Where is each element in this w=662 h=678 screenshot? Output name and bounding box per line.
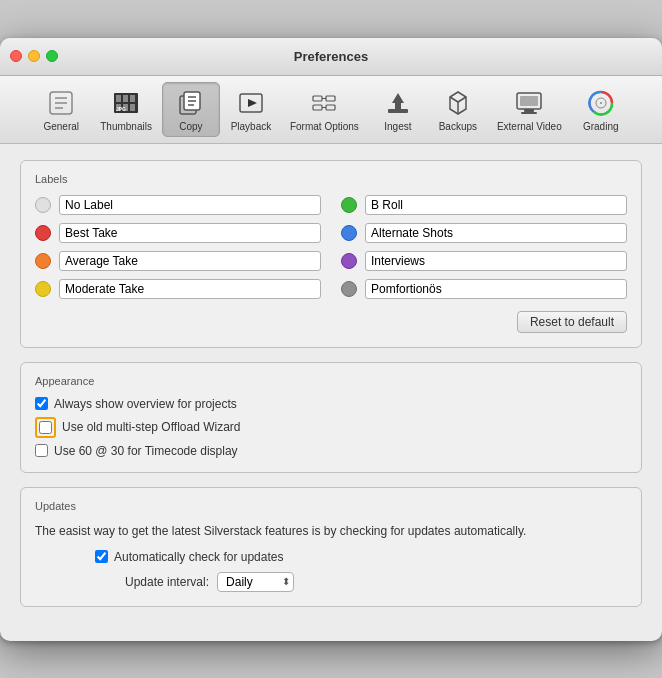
grading-icon [585, 87, 617, 119]
checkbox-row-timecode: Use 60 @ 30 for Timecode display [35, 444, 627, 458]
auto-check-checkbox[interactable] [95, 550, 108, 563]
color-dot-red [35, 225, 51, 241]
thumbnails-icon: JPG [110, 87, 142, 119]
label-row-mod-take [35, 279, 321, 299]
updates-title: Updates [35, 500, 627, 512]
label-row-best-take [35, 223, 321, 243]
ingest-label: Ingest [384, 121, 411, 132]
label-input-pomfort[interactable] [365, 279, 627, 299]
svg-rect-19 [313, 96, 322, 101]
general-icon [45, 87, 77, 119]
labels-grid [35, 195, 627, 299]
label-row-interviews [341, 251, 627, 271]
color-dot-blue [341, 225, 357, 241]
svg-text:JPG: JPG [116, 106, 126, 112]
reset-to-default-button[interactable]: Reset to default [517, 311, 627, 333]
color-dot-green [341, 197, 357, 213]
traffic-lights [10, 50, 58, 62]
label-input-avg-take[interactable] [59, 251, 321, 271]
update-interval-row: Update interval: Daily Weekly Monthly ⬍ [35, 572, 627, 592]
label-input-no-label[interactable] [59, 195, 321, 215]
toolbar-general[interactable]: General [32, 83, 90, 136]
label-row-avg-take [35, 251, 321, 271]
label-row-alt-shots [341, 223, 627, 243]
label-input-best-take[interactable] [59, 223, 321, 243]
label-row-no-label [35, 195, 321, 215]
external-video-icon [513, 87, 545, 119]
content-area: Labels [0, 144, 662, 641]
copy-label: Copy [179, 121, 202, 132]
window-title: Preferences [294, 49, 368, 64]
label-input-b-roll[interactable] [365, 195, 627, 215]
interval-label: Update interval: [125, 575, 209, 589]
copy-icon [175, 87, 207, 119]
color-dot-orange [35, 253, 51, 269]
close-button[interactable] [10, 50, 22, 62]
auto-check-label: Automatically check for updates [114, 550, 283, 564]
color-dot-purple [341, 253, 357, 269]
svg-rect-30 [524, 109, 534, 112]
svg-rect-22 [326, 105, 335, 110]
format-options-icon [308, 87, 340, 119]
label-input-interviews[interactable] [365, 251, 627, 271]
titlebar: Preferences [0, 38, 662, 76]
timecode-display-checkbox[interactable] [35, 444, 48, 457]
ingest-icon [382, 87, 414, 119]
old-wizard-checkbox[interactable] [39, 421, 52, 434]
toolbar-external-video[interactable]: External Video [489, 83, 570, 136]
backups-icon [442, 87, 474, 119]
interval-select[interactable]: Daily Weekly Monthly [217, 572, 294, 592]
toolbar-thumbnails[interactable]: JPG Thumbnails [92, 83, 160, 136]
backups-label: Backups [439, 121, 477, 132]
svg-rect-7 [130, 95, 135, 102]
show-overview-checkbox[interactable] [35, 397, 48, 410]
svg-rect-21 [326, 96, 335, 101]
timecode-display-label: Use 60 @ 30 for Timecode display [54, 444, 238, 458]
maximize-button[interactable] [46, 50, 58, 62]
labels-title: Labels [35, 173, 627, 185]
checkbox-row-show-overview: Always show overview for projects [35, 397, 627, 411]
svg-point-34 [600, 102, 602, 104]
thumbnails-label: Thumbnails [100, 121, 152, 132]
interval-select-wrapper: Daily Weekly Monthly ⬍ [217, 572, 294, 592]
svg-rect-25 [388, 109, 408, 113]
playback-label: Playback [231, 121, 272, 132]
color-dot-gray [341, 281, 357, 297]
svg-rect-6 [123, 95, 128, 102]
toolbar: General JPG Thumbnails [0, 76, 662, 144]
toolbar-copy[interactable]: Copy [162, 82, 220, 137]
appearance-title: Appearance [35, 375, 627, 387]
updates-section: Updates The easist way to get the latest… [20, 487, 642, 607]
playback-icon [235, 87, 267, 119]
svg-rect-5 [116, 95, 121, 102]
toolbar-grading[interactable]: Grading [572, 83, 630, 136]
toolbar-playback[interactable]: Playback [222, 83, 280, 136]
toolbar-ingest[interactable]: Ingest [369, 83, 427, 136]
svg-rect-20 [313, 105, 322, 110]
reset-row: Reset to default [35, 311, 627, 333]
svg-rect-29 [520, 96, 538, 106]
svg-rect-10 [130, 104, 135, 111]
color-dot-yellow [35, 281, 51, 297]
toolbar-format-options[interactable]: Format Options [282, 83, 367, 136]
preferences-window: Preferences General [0, 38, 662, 641]
svg-marker-18 [248, 99, 257, 107]
updates-description: The easist way to get the latest Silvers… [35, 522, 627, 540]
color-dot-none [35, 197, 51, 213]
general-label: General [43, 121, 79, 132]
svg-marker-26 [392, 93, 404, 109]
grading-label: Grading [583, 121, 619, 132]
auto-check-row: Automatically check for updates [35, 550, 627, 564]
label-row-b-roll [341, 195, 627, 215]
old-wizard-label: Use old multi-step Offload Wizard [62, 420, 241, 434]
label-input-alt-shots[interactable] [365, 223, 627, 243]
labels-section: Labels [20, 160, 642, 348]
checkbox-row-old-wizard: Use old multi-step Offload Wizard [35, 417, 627, 438]
minimize-button[interactable] [28, 50, 40, 62]
external-video-label: External Video [497, 121, 562, 132]
format-options-label: Format Options [290, 121, 359, 132]
label-row-pomfort [341, 279, 627, 299]
svg-rect-31 [521, 112, 537, 114]
toolbar-backups[interactable]: Backups [429, 83, 487, 136]
label-input-mod-take[interactable] [59, 279, 321, 299]
